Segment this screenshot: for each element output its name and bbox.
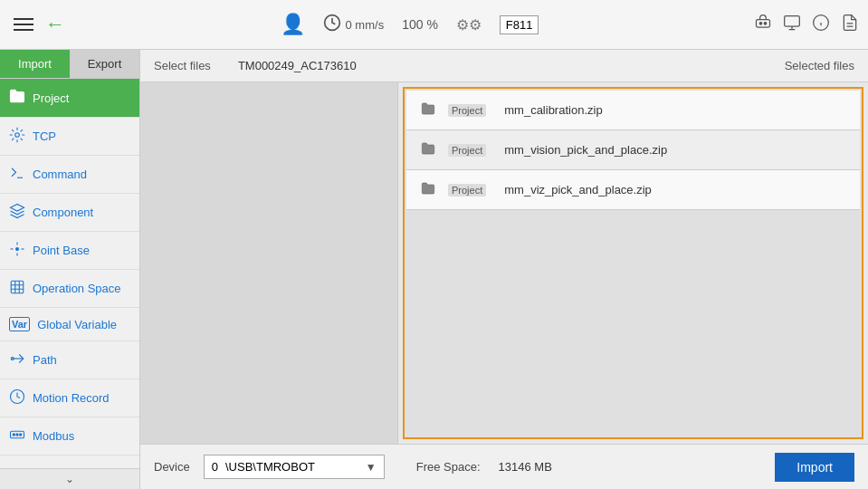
robot-icon[interactable] [754,14,772,36]
sidebar-item-tcp[interactable]: TCP [0,118,139,156]
select-files-label: Select files [154,59,211,72]
sidebar-item-label-command: Command [33,168,87,181]
file-name: mm_viz_pick_and_place.zip [504,183,652,197]
frame-badge: F811 [500,15,539,34]
percent-value: 100 % [402,17,438,32]
sidebar-item-path[interactable]: Path [0,341,139,379]
svg-point-22 [16,434,18,436]
import-tab[interactable]: Import [0,50,70,78]
svg-point-10 [15,133,20,138]
info-icon[interactable] [812,14,830,36]
sidebar-item-label-path: Path [33,353,57,367]
free-space-label: Free Space: [416,460,481,474]
free-space-value: 13146 MB [499,460,552,474]
monitor-icon[interactable] [783,14,801,36]
device-number: 0 [212,460,218,474]
file-list: Project mm_calibration.zip Project mm_vi… [405,89,862,212]
sidebar-items: Project TCP Command [0,79,139,468]
gear-icon: ⚙⚙ [456,16,482,34]
sidebar-item-global-variable[interactable]: Var Global Variable [0,308,139,341]
variable-icon: Var [9,317,30,331]
content-header: Select files TM000249_AC173610 Selected … [140,50,868,82]
file-type-badge: Project [448,104,486,117]
speed-value: 0 mm/s [346,18,385,32]
sidebar-item-command[interactable]: Command [0,156,139,194]
sidebar-item-modbus[interactable]: Modbus [0,417,139,455]
speed-icon [323,14,341,35]
sidebar-item-motion-record[interactable]: Motion Record [0,379,139,417]
sidebar-item-label-operation-space: Operation Space [33,282,121,296]
sidebar-item-component[interactable]: Component [0,194,139,232]
component-icon [9,203,25,222]
svg-point-21 [13,434,14,436]
topbar-right [754,14,859,36]
sidebar-item-operation-space[interactable]: Operation Space [0,270,139,308]
point-icon [9,241,25,260]
svg-rect-4 [785,15,800,26]
sidebar-item-label-project: Project [33,91,69,105]
space-icon [9,279,25,298]
sidebar-scroll-down[interactable]: ⌄ [0,468,139,489]
dropdown-arrow-icon: ▼ [366,461,377,474]
svg-point-2 [759,22,762,24]
sidebar-item-label-motion-record: Motion Record [33,391,110,405]
device-label: Device [154,460,190,474]
svg-rect-17 [11,281,24,293]
content-area: Select files TM000249_AC173610 Selected … [140,50,868,489]
table-row[interactable]: Project mm_vision_pick_and_place.zip [406,130,860,170]
sidebar-item-point-base[interactable]: Point Base [0,232,139,270]
document-icon[interactable] [841,14,859,36]
folder-icon [9,88,25,108]
svg-point-12 [16,248,19,251]
import-button[interactable]: Import [775,453,854,482]
sidebar: Import Export Project TCP [0,50,140,489]
sidebar-item-project[interactable]: Project [0,79,139,118]
left-file-panel [140,82,398,444]
command-icon [9,165,25,184]
panels: Project mm_calibration.zip Project mm_vi… [140,82,868,444]
device-select[interactable]: 0 \USB\TMROBOT ▼ [204,455,385,479]
modbus-icon [9,427,25,446]
person-icon: 👤 [281,13,305,36]
speed-indicator: 0 mm/s [323,14,385,35]
export-tab[interactable]: Export [70,50,139,78]
sidebar-tabs: Import Export [0,50,139,79]
table-row[interactable]: Project mm_calibration.zip [406,91,860,130]
device-id-value: TM000249_AC173610 [238,59,357,72]
sidebar-item-label-component: Component [33,206,93,219]
file-folder-icon [421,104,435,119]
file-type-badge: Project [448,144,486,157]
file-folder-icon [421,144,435,158]
topbar-left: ← [9,13,65,36]
bottom-bar: Device 0 \USB\TMROBOT ▼ Free Space: 1314… [140,444,868,489]
main-layout: Import Export Project TCP [0,50,868,489]
file-name: mm_calibration.zip [504,103,602,117]
selected-files-panel: Project mm_calibration.zip Project mm_vi… [403,87,863,439]
svg-point-3 [764,22,767,24]
device-path: \USB\TMROBOT [225,460,358,474]
topbar: ← 👤 0 mm/s 100 % ⚙⚙ F811 [0,0,868,50]
sidebar-item-label-point-base: Point Base [33,244,90,257]
selected-files-label: Selected files [785,59,854,72]
path-icon [9,350,25,369]
file-folder-icon [421,184,435,198]
menu-button[interactable] [9,14,38,35]
motion-icon [9,388,25,408]
svg-rect-1 [757,19,770,26]
back-button[interactable]: ← [45,13,65,36]
sidebar-item-label-modbus: Modbus [33,429,74,443]
svg-point-23 [20,434,22,436]
table-row[interactable]: Project mm_viz_pick_and_place.zip [406,170,860,210]
sidebar-item-label-tcp: TCP [33,129,56,143]
file-name: mm_vision_pick_and_place.zip [504,143,667,157]
file-type-badge: Project [448,184,486,197]
tcp-icon [9,127,25,146]
topbar-center: 👤 0 mm/s 100 % ⚙⚙ F811 [74,13,745,36]
sidebar-item-label-global-variable: Global Variable [37,318,117,331]
